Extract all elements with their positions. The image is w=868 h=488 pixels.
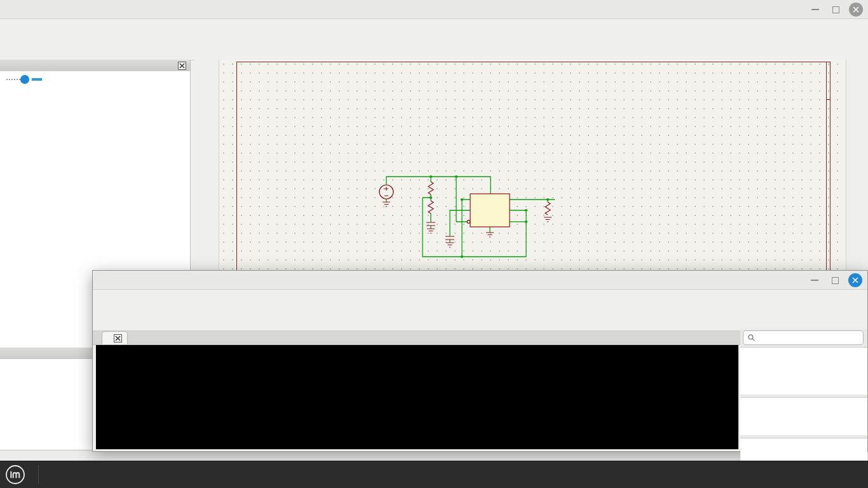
- simulator-toolbar: [93, 308, 867, 331]
- schematic-titlebar: [0, 0, 868, 19]
- cursors-list: [740, 397, 867, 435]
- simulator-sidebar: [740, 329, 867, 451]
- root-sheet-label: [32, 78, 42, 81]
- spice-simulator-window: [92, 270, 868, 452]
- minimize-icon[interactable]: [808, 273, 822, 287]
- sheet-bullet-icon: [20, 75, 29, 84]
- ground-symbol: [544, 217, 552, 222]
- oscillator-circuit[interactable]: [375, 161, 559, 263]
- simulator-menubar: [93, 290, 867, 308]
- close-icon[interactable]: [848, 273, 862, 287]
- r32-resistor[interactable]: [428, 182, 433, 194]
- close-tab-icon[interactable]: [114, 334, 122, 342]
- mint-menu-button[interactable]: [4, 463, 27, 486]
- hierarchy-root-item[interactable]: [6, 75, 42, 84]
- schematic-menubar: [0, 19, 868, 37]
- tab-analysis-1-tran[interactable]: [102, 331, 128, 344]
- desktop: [0, 0, 868, 488]
- measurement-header: [740, 438, 867, 452]
- signals-header: [740, 348, 867, 362]
- maximize-icon[interactable]: [828, 273, 842, 287]
- ground-symbol: [427, 229, 435, 233]
- simulator-titlebar: [93, 271, 867, 290]
- c13-capacitor[interactable]: [445, 236, 454, 240]
- close-panel-icon[interactable]: [178, 62, 186, 70]
- measurements-list: [740, 438, 867, 463]
- ne556-ic[interactable]: [470, 194, 510, 227]
- mint-logo-icon: [5, 464, 25, 485]
- cursor-signal-column-header: [804, 398, 867, 412]
- c14-capacitor[interactable]: [426, 222, 435, 226]
- r33-resistor[interactable]: [428, 201, 433, 214]
- taskbar-divider: [38, 465, 39, 484]
- ground-symbol: [383, 202, 390, 207]
- cursor-column-header: [740, 398, 804, 412]
- waveform-plot[interactable]: [96, 345, 738, 449]
- components[interactable]: [379, 182, 552, 247]
- r1-resistor[interactable]: [545, 202, 550, 215]
- minimize-icon[interactable]: [808, 3, 822, 17]
- maximize-icon[interactable]: [829, 3, 843, 17]
- page-frame-top: [236, 62, 830, 62]
- signal-filter-input[interactable]: [743, 330, 864, 345]
- signals-list: [740, 347, 867, 395]
- waveform-canvas[interactable]: [137, 366, 694, 427]
- taskbar: [0, 461, 868, 488]
- page-frame-tick: [826, 99, 831, 100]
- ground-symbol: [446, 243, 454, 247]
- tree-connector: [6, 79, 20, 80]
- search-icon: [747, 334, 756, 342]
- close-icon[interactable]: [849, 3, 863, 17]
- hierarchy-header: [0, 60, 190, 71]
- ground-symbol: [486, 233, 494, 237]
- schematic-toolbar: [0, 37, 868, 60]
